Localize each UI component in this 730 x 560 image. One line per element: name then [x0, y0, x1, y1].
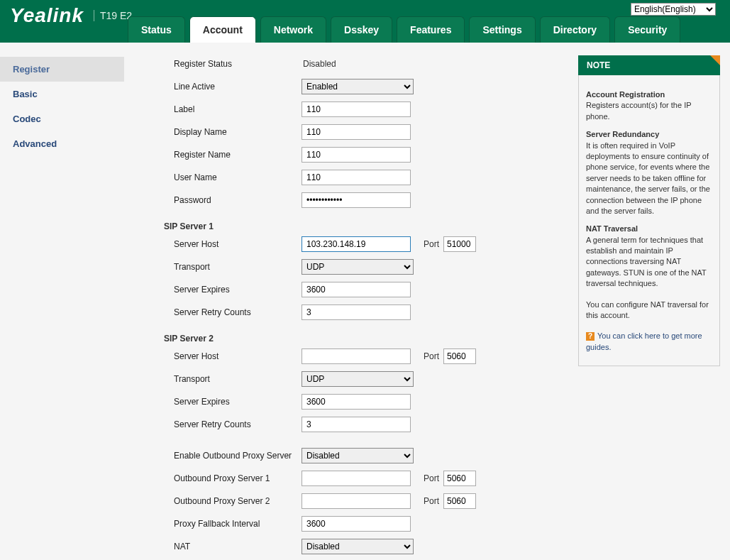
brand-logo: Yealink [10, 4, 84, 27]
language-select[interactable]: English(English) [631, 3, 716, 16]
sip2-host-input[interactable] [302, 348, 411, 364]
label-input[interactable] [302, 101, 411, 117]
outbound-enable-select[interactable]: Disabled [302, 448, 414, 463]
note-guides-link[interactable]: You can click here to get more guides. [586, 331, 702, 351]
line-active-select[interactable]: Enabled [302, 79, 414, 94]
tab-directory[interactable]: Directory [540, 16, 610, 43]
sip2-expires-label: Server Expires [131, 397, 302, 407]
tab-dsskey[interactable]: Dsskey [331, 16, 392, 43]
user-name-input[interactable] [302, 170, 411, 185]
sip1-expires-label: Server Expires [131, 285, 302, 295]
note-sec1-title: Account Registration [586, 89, 712, 100]
sip1-transport-label: Transport [131, 262, 302, 272]
tab-features[interactable]: Features [397, 16, 465, 43]
outbound-s1-port-input[interactable] [443, 471, 476, 486]
note-extra: You can configure NAT traversal for this… [586, 300, 712, 322]
sip1-retry-label: Server Retry Counts [131, 307, 302, 317]
sidebar: Register Basic Codec Advanced [0, 43, 124, 560]
sip1-port-input[interactable] [443, 236, 476, 252]
outbound-s2-port-label: Port [424, 496, 439, 506]
nat-label: NAT [131, 542, 302, 551]
user-name-label: User Name [131, 172, 302, 182]
fallback-label: Proxy Fallback Interval [131, 519, 302, 529]
register-name-label: Register Name [131, 150, 302, 160]
tab-account[interactable]: Account [189, 16, 256, 43]
tab-network[interactable]: Network [260, 16, 326, 43]
password-label: Password [131, 195, 302, 205]
label-field-label: Label [131, 104, 302, 114]
nat-select[interactable]: Disabled [302, 539, 414, 554]
sip2-host-label: Server Host [131, 351, 302, 361]
display-name-input[interactable] [302, 124, 411, 140]
outbound-s1-port-label: Port [424, 473, 439, 483]
outbound-s2-label: Outbound Proxy Server 2 [131, 496, 302, 506]
sidebar-item-register[interactable]: Register [0, 57, 124, 82]
sip-server-1-heading: SIP Server 1 [131, 214, 550, 236]
register-status-label: Register Status [131, 59, 302, 69]
main-tabs: Status Account Network Dsskey Features S… [128, 16, 680, 43]
outbound-s1-label: Outbound Proxy Server 1 [131, 473, 302, 483]
sip1-retry-input[interactable] [302, 304, 411, 320]
sip1-host-input[interactable] [302, 236, 411, 252]
register-status-value: Disabled [302, 59, 336, 69]
sip-server-2-heading: SIP Server 2 [131, 326, 550, 348]
outbound-s1-input[interactable] [302, 471, 411, 486]
sidebar-item-codec[interactable]: Codec [0, 106, 124, 131]
sidebar-item-advanced[interactable]: Advanced [0, 131, 124, 156]
sip2-expires-input[interactable] [302, 394, 411, 410]
outbound-s2-port-input[interactable] [443, 493, 476, 509]
fallback-input[interactable] [302, 516, 411, 532]
outbound-s2-input[interactable] [302, 493, 411, 509]
sip2-port-input[interactable] [443, 348, 476, 364]
note-sec2-title: Server Redundancy [586, 129, 712, 140]
language-selector[interactable]: English(English) [631, 3, 716, 16]
header: Yealink T19 E2 English(English) Status A… [0, 0, 730, 43]
help-icon: ? [586, 332, 594, 341]
tab-status[interactable]: Status [128, 16, 185, 43]
note-sec3-body: A general term for techniques that estab… [586, 235, 712, 290]
sip2-retry-input[interactable] [302, 417, 411, 432]
sip2-transport-label: Transport [131, 374, 302, 384]
display-name-label: Display Name [131, 127, 302, 137]
note-sec1-body: Registers account(s) for the IP phone. [586, 100, 712, 122]
tab-settings[interactable]: Settings [469, 16, 535, 43]
main-form: Register StatusDisabled Line ActiveEnabl… [124, 43, 578, 560]
sip1-transport-select[interactable]: UDP [302, 259, 414, 275]
password-input[interactable] [302, 192, 411, 208]
note-sec2-body: It is often required in VoIP deployments… [586, 141, 712, 217]
sip1-port-label: Port [424, 239, 439, 249]
sip2-retry-label: Server Retry Counts [131, 419, 302, 429]
sip2-port-label: Port [424, 351, 439, 361]
sip1-expires-input[interactable] [302, 282, 411, 297]
model-label: T19 E2 [94, 10, 132, 21]
sip2-transport-select[interactable]: UDP [302, 371, 414, 387]
sidebar-item-basic[interactable]: Basic [0, 82, 124, 106]
outbound-enable-label: Enable Outbound Proxy Server [131, 451, 302, 461]
line-active-label: Line Active [131, 82, 302, 92]
register-name-input[interactable] [302, 147, 411, 163]
sip1-host-label: Server Host [131, 239, 302, 249]
note-heading: NOTE [578, 55, 720, 75]
tab-security[interactable]: Security [614, 16, 680, 43]
note-sec3-title: NAT Traversal [586, 224, 712, 234]
note-panel: NOTE Account Registration Registers acco… [578, 55, 720, 560]
